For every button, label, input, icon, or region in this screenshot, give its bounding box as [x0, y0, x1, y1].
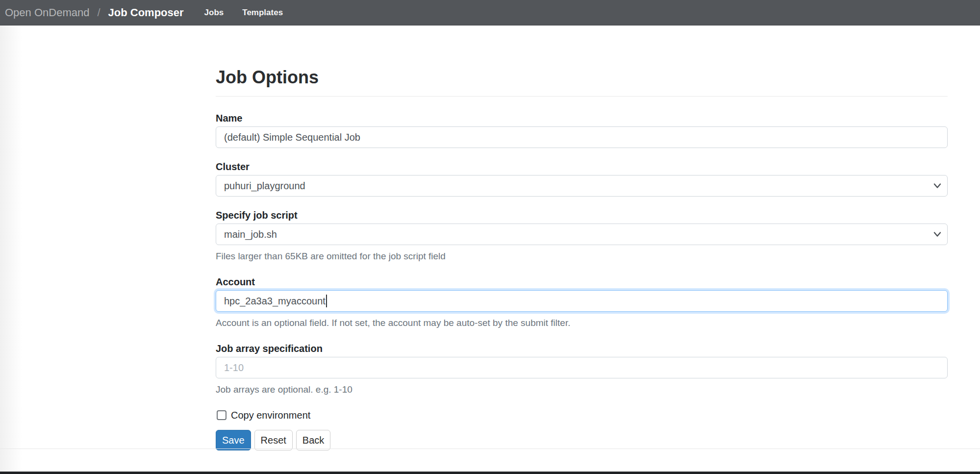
chevron-down-icon: [933, 183, 941, 189]
name-input[interactable]: [216, 126, 948, 148]
job-array-field-group: Job array specification Job arrays are o…: [216, 341, 948, 397]
brand-link[interactable]: Open OnDemand: [5, 6, 89, 19]
cluster-select[interactable]: puhuri_playground: [216, 175, 948, 197]
content-bottom-divider: [0, 449, 980, 449]
cluster-selected-value: puhuri_playground: [224, 180, 305, 192]
form-button-row: Save Reset Back: [216, 430, 948, 450]
title-divider: [216, 96, 948, 97]
app-title-link[interactable]: Job Composer: [108, 6, 184, 19]
job-script-help-text: Files larger than 65KB are omitted for t…: [216, 249, 948, 263]
text-cursor: [326, 295, 327, 307]
account-input[interactable]: hpc_2a3a3_myaccount: [216, 290, 948, 312]
footer-strip: [0, 472, 980, 474]
account-input-value: hpc_2a3a3_myaccount: [224, 296, 326, 307]
name-label: Name: [216, 111, 948, 125]
job-options-form: Job Options Name Cluster puhuri_playgrou…: [216, 25, 948, 450]
job-script-field-group: Specify job script main_job.sh Files lar…: [216, 208, 948, 263]
reset-button[interactable]: Reset: [254, 430, 293, 450]
account-field-group: Account hpc_2a3a3_myaccount Account is a…: [216, 274, 948, 330]
breadcrumb-separator: /: [97, 6, 100, 19]
job-array-label: Job array specification: [216, 341, 948, 356]
job-script-label: Specify job script: [216, 208, 948, 223]
job-array-input[interactable]: [216, 357, 948, 378]
left-edge-shade: [0, 25, 23, 472]
job-script-select[interactable]: main_job.sh: [216, 224, 948, 245]
chevron-down-icon: [933, 232, 941, 237]
account-help-text: Account is an optional field. If not set…: [216, 316, 948, 330]
nav-item-templates[interactable]: Templates: [242, 8, 283, 18]
copy-environment-row: Copy environment: [217, 408, 948, 423]
page-title: Job Options: [216, 67, 948, 88]
name-field-group: Name: [216, 111, 948, 148]
top-navbar: Open OnDemand / Job Composer Jobs Templa…: [0, 0, 980, 25]
job-array-help-text: Job arrays are optional. e.g. 1-10: [216, 382, 948, 397]
job-script-selected-value: main_job.sh: [224, 229, 277, 240]
copy-environment-checkbox[interactable]: [217, 410, 226, 420]
save-button[interactable]: Save: [216, 430, 251, 450]
nav-item-jobs[interactable]: Jobs: [204, 8, 224, 18]
back-button[interactable]: Back: [296, 430, 330, 450]
cluster-label: Cluster: [216, 159, 948, 174]
cluster-field-group: Cluster puhuri_playground: [216, 159, 948, 197]
copy-environment-label[interactable]: Copy environment: [231, 410, 310, 421]
account-label: Account: [216, 274, 948, 289]
